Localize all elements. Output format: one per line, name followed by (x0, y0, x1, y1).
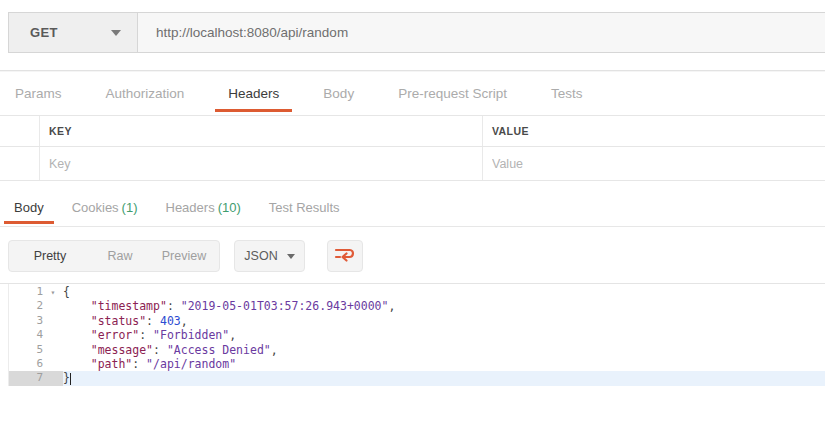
row-handle-column (0, 116, 40, 146)
token-brace: } (63, 371, 70, 385)
response-tab-test-results[interactable]: Test Results (259, 194, 350, 224)
request-tab-body[interactable]: Body (310, 80, 367, 112)
line-number: 2 (9, 299, 43, 313)
headers-table: KEY VALUE (0, 115, 825, 181)
token-punct: , (388, 299, 395, 313)
code-text: "error": "Forbidden", (63, 328, 825, 342)
token-string: "Forbidden" (153, 328, 229, 342)
token-punct: : (132, 357, 146, 371)
token-punct (63, 343, 91, 357)
response-tab-body[interactable]: Body (4, 194, 54, 224)
code-text: { (63, 285, 825, 299)
section-divider (0, 70, 825, 72)
value-input[interactable] (483, 157, 808, 171)
wrap-text-icon (334, 245, 356, 267)
request-url-bar: GET (8, 12, 825, 53)
token-key: "message" (91, 343, 153, 357)
code-text: "message": "Access Denied", (63, 343, 825, 357)
response-toolbar: PrettyRawPreview JSON (8, 240, 363, 272)
view-mode-pretty[interactable]: Pretty (9, 241, 91, 271)
text-cursor (70, 373, 71, 385)
code-line[interactable]: 5 "message": "Access Denied", (9, 343, 825, 357)
line-number: 1 (9, 285, 43, 299)
table-row (0, 146, 825, 181)
code-line[interactable]: 4 "error": "Forbidden", (9, 328, 825, 342)
response-tab-count: (1) (122, 200, 138, 215)
chevron-down-icon (111, 30, 121, 36)
url-input[interactable] (138, 13, 825, 52)
table-header-row: KEY VALUE (0, 115, 825, 146)
token-brace: { (63, 285, 70, 299)
line-number: 7 (9, 371, 43, 385)
response-tab-label: Cookies (72, 200, 119, 215)
fold-spacer (43, 357, 63, 371)
token-punct: , (229, 328, 236, 342)
token-key: "timestamp" (91, 299, 167, 313)
fold-spacer (43, 328, 63, 342)
response-body-viewer[interactable]: 1▾{2 "timestamp": "2019-05-01T03:57:26.9… (0, 283, 825, 435)
token-key: "error" (91, 328, 139, 342)
request-tab-authorization[interactable]: Authorization (93, 80, 198, 112)
fold-spacer (43, 343, 63, 357)
request-tabs: ParamsAuthorizationHeadersBodyPre-reques… (2, 80, 595, 112)
request-tab-tests[interactable]: Tests (538, 80, 596, 112)
token-punct: , (271, 343, 278, 357)
view-mode-group: PrettyRawPreview (8, 240, 220, 272)
token-punct (63, 357, 91, 371)
token-string: "Access Denied" (167, 343, 271, 357)
response-tabs-divider (0, 226, 825, 227)
response-tab-label: Body (14, 200, 44, 215)
response-tab-label: Headers (166, 200, 215, 215)
format-label: JSON (244, 249, 277, 263)
value-column-header: VALUE (483, 125, 529, 137)
fold-toggle-icon[interactable]: ▾ (43, 285, 63, 299)
http-method-label: GET (9, 25, 58, 40)
token-punct: : (153, 343, 167, 357)
code-line[interactable]: 6 "path": "/api/random" (9, 357, 825, 371)
code-text: } (63, 371, 825, 385)
line-number: 4 (9, 328, 43, 342)
response-tab-headers[interactable]: Headers(10) (156, 194, 251, 224)
response-tabs: BodyCookies(1)Headers(10)Test Results (4, 194, 350, 224)
row-handle-cell[interactable] (0, 147, 40, 180)
line-number: 5 (9, 343, 43, 357)
request-tab-pre-request-script[interactable]: Pre-request Script (385, 80, 520, 112)
chevron-down-icon (287, 254, 295, 259)
response-tab-label: Test Results (269, 200, 340, 215)
request-tab-params[interactable]: Params (2, 80, 75, 112)
key-input[interactable] (40, 157, 460, 171)
code-text: "path": "/api/random" (63, 357, 825, 371)
fold-spacer (43, 371, 63, 385)
token-punct: , (181, 314, 188, 328)
code-line[interactable]: 2 "timestamp": "2019-05-01T03:57:26.943+… (9, 299, 825, 313)
token-punct: : (167, 299, 181, 313)
key-column-header: KEY (40, 125, 72, 137)
wrap-text-button[interactable] (327, 240, 363, 272)
code-text: "timestamp": "2019-05-01T03:57:26.943+00… (63, 299, 825, 313)
fold-spacer (43, 314, 63, 328)
token-key: "path" (91, 357, 133, 371)
code-line[interactable]: 1▾{ (9, 285, 825, 299)
token-punct (63, 299, 91, 313)
token-punct (63, 314, 91, 328)
code-text: "status": 403, (63, 314, 825, 328)
view-mode-preview[interactable]: Preview (149, 241, 219, 271)
token-punct: : (139, 328, 153, 342)
http-method-select[interactable]: GET (9, 13, 138, 52)
line-number: 6 (9, 357, 43, 371)
response-tab-count: (10) (218, 200, 241, 215)
token-punct (63, 328, 91, 342)
token-number: 403 (160, 314, 181, 328)
token-string: "/api/random" (146, 357, 236, 371)
format-select[interactable]: JSON (234, 240, 305, 272)
response-tab-cookies[interactable]: Cookies(1) (62, 194, 148, 224)
fold-spacer (43, 299, 63, 313)
token-punct: : (146, 314, 160, 328)
line-number: 3 (9, 314, 43, 328)
view-mode-raw[interactable]: Raw (91, 241, 149, 271)
code-line[interactable]: 7} (9, 371, 825, 385)
code-line[interactable]: 3 "status": 403, (9, 314, 825, 328)
request-tab-headers[interactable]: Headers (215, 80, 292, 112)
token-string: "2019-05-01T03:57:26.943+0000" (181, 299, 389, 313)
code-editor: 1▾{2 "timestamp": "2019-05-01T03:57:26.9… (8, 284, 825, 386)
